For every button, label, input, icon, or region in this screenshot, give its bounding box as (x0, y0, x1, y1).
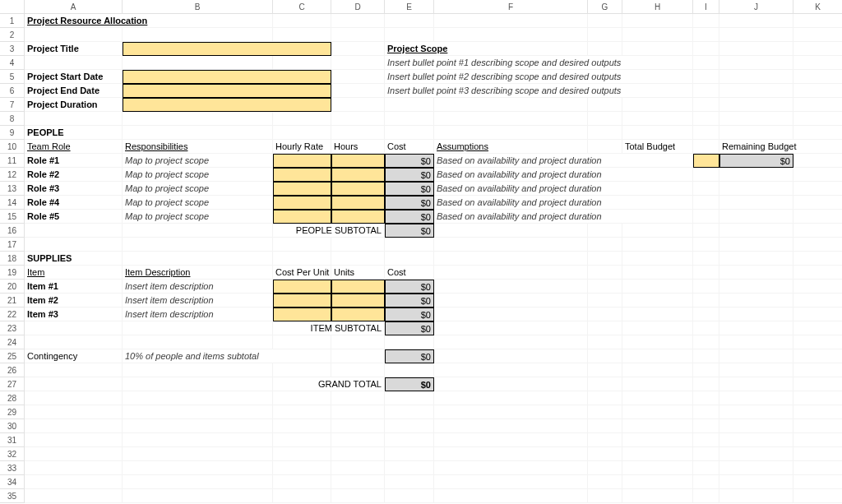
cell-16-10[interactable] (719, 224, 793, 238)
cell-8-5[interactable] (385, 112, 434, 126)
cell-1-6[interactable] (434, 14, 588, 28)
cell-16-6[interactable] (434, 224, 588, 238)
cell-19-7[interactable] (588, 266, 622, 280)
cell-32-3[interactable] (273, 447, 331, 461)
cell-20-7[interactable] (588, 280, 622, 294)
cell-18-4[interactable] (331, 252, 385, 266)
cell-8-11[interactable] (793, 112, 842, 126)
cell-28-5[interactable] (385, 391, 434, 405)
cell-3-4[interactable] (331, 42, 385, 56)
cell-8-4[interactable] (331, 112, 385, 126)
cell-18-9[interactable] (693, 252, 719, 266)
cell-34-2[interactable] (123, 475, 273, 489)
cell-35-7[interactable] (588, 489, 622, 503)
item-units-1[interactable] (331, 294, 385, 307)
row-header-18[interactable]: 18 (0, 252, 25, 266)
cell-24-6[interactable] (434, 335, 588, 349)
cell-2-10[interactable] (719, 28, 793, 42)
cell-18-6[interactable] (434, 252, 588, 266)
cell-35-10[interactable] (719, 489, 793, 503)
cell-24-8[interactable] (622, 335, 693, 349)
cell-28-7[interactable] (588, 391, 622, 405)
cell-1-3[interactable] (273, 14, 331, 28)
cell-21-7[interactable] (588, 294, 622, 307)
cell-26-11[interactable] (793, 363, 842, 377)
cell-33-1[interactable] (25, 461, 123, 475)
row-header-21[interactable]: 21 (0, 294, 25, 307)
cell-26-3[interactable] (273, 363, 331, 377)
cell-33-3[interactable] (273, 461, 331, 475)
cell-13-10[interactable] (719, 182, 793, 196)
cell-27-1[interactable] (25, 377, 123, 391)
cell-14-11[interactable] (793, 196, 842, 210)
cell-35-3[interactable] (273, 489, 331, 503)
col-header-H[interactable]: H (622, 0, 693, 14)
cell-25-6[interactable] (434, 349, 588, 363)
cell-3-7[interactable] (588, 42, 622, 56)
row-header-1[interactable]: 1 (0, 14, 25, 28)
cell-12-11[interactable] (793, 168, 842, 182)
cell-3-8[interactable] (622, 42, 693, 56)
row-header-10[interactable]: 10 (0, 140, 25, 154)
cell-7-11[interactable] (793, 98, 842, 112)
cell-35-11[interactable] (793, 489, 842, 503)
cell-3-9[interactable] (693, 42, 719, 56)
cell-14-9[interactable] (693, 196, 719, 210)
cell-17-3[interactable] (273, 238, 331, 252)
role-hours-4[interactable] (331, 210, 385, 224)
cell-1-5[interactable] (385, 14, 434, 28)
cell-28-6[interactable] (434, 391, 588, 405)
cell-6-9[interactable] (693, 84, 719, 98)
cell-8-3[interactable] (273, 112, 331, 126)
cell-8-8[interactable] (622, 112, 693, 126)
cell-2-7[interactable] (588, 28, 622, 42)
cell-12-9[interactable] (693, 168, 719, 182)
row-header-15[interactable]: 15 (0, 210, 25, 224)
cell-21-11[interactable] (793, 294, 842, 307)
col-header-K[interactable]: K (793, 0, 842, 14)
cell-18-8[interactable] (622, 252, 693, 266)
cell-8-9[interactable] (693, 112, 719, 126)
cell-2-5[interactable] (385, 28, 434, 42)
role-rate-0[interactable] (273, 154, 331, 168)
row-header-28[interactable]: 28 (0, 391, 25, 405)
cell-2-1[interactable] (25, 28, 123, 42)
cell-9-2[interactable] (123, 126, 273, 140)
cell-26-1[interactable] (25, 363, 123, 377)
cell-6-10[interactable] (719, 84, 793, 98)
cell-9-6[interactable] (434, 126, 588, 140)
row-header-11[interactable]: 11 (0, 154, 25, 168)
cell-32-9[interactable] (693, 447, 719, 461)
cell-9-3[interactable] (273, 126, 331, 140)
cell-22-10[interactable] (719, 307, 793, 321)
cell-9-7[interactable] (588, 126, 622, 140)
row-header-23[interactable]: 23 (0, 321, 25, 335)
cell-31-3[interactable] (273, 433, 331, 447)
cell-8-2[interactable] (123, 112, 273, 126)
cell-17-11[interactable] (793, 238, 842, 252)
input-project-title[interactable] (123, 42, 331, 56)
cell-29-11[interactable] (793, 405, 842, 419)
cell-33-10[interactable] (719, 461, 793, 475)
col-header-A[interactable]: A (25, 0, 123, 14)
col-header-E[interactable]: E (385, 0, 434, 14)
cell-16-1[interactable] (25, 224, 123, 238)
cell-17-1[interactable] (25, 238, 123, 252)
cell-18-7[interactable] (588, 252, 622, 266)
row-header-30[interactable]: 30 (0, 419, 25, 433)
cell-15-10[interactable] (719, 210, 793, 224)
cell-7-4[interactable] (331, 98, 385, 112)
cell-18-2[interactable] (123, 252, 273, 266)
cell-35-5[interactable] (385, 489, 434, 503)
cell-33-11[interactable] (793, 461, 842, 475)
cell-18-3[interactable] (273, 252, 331, 266)
cell-19-11[interactable] (793, 266, 842, 280)
cell-23-9[interactable] (693, 321, 719, 335)
cell-26-6[interactable] (434, 363, 588, 377)
cell-25-9[interactable] (693, 349, 719, 363)
cell-20-6[interactable] (434, 280, 588, 294)
cell-7-5[interactable] (385, 98, 434, 112)
cell-24-10[interactable] (719, 335, 793, 349)
row-header-25[interactable]: 25 (0, 349, 25, 363)
cell-35-8[interactable] (622, 489, 693, 503)
